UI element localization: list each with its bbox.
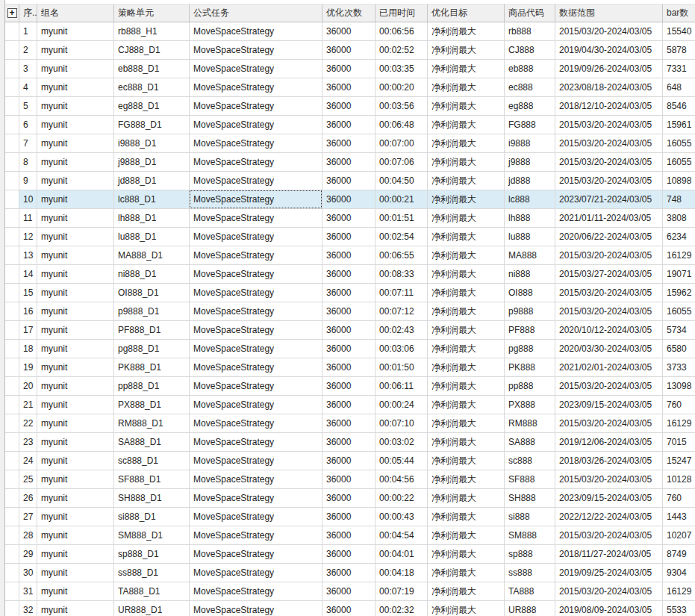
table-row[interactable]: 18myunitpg888_D1MoveSpaceStrategy3600000… [5,340,695,358]
column-header-code[interactable]: 商品代码 [505,4,555,22]
cell-seq[interactable]: 4 [19,78,37,97]
row-selector[interactable] [5,190,19,209]
cell-bars[interactable]: 6580 [663,340,695,358]
cell-group[interactable]: myunit [37,209,114,228]
cell-count[interactable]: 36000 [322,564,375,582]
cell-time[interactable]: 00:06:48 [375,116,428,134]
cell-time[interactable]: 00:04:56 [375,470,428,489]
cell-unit[interactable]: si888_D1 [114,508,190,526]
cell-code[interactable]: UR888 [505,601,555,616]
cell-bars[interactable]: 5533 [663,601,695,616]
cell-unit[interactable]: rb888_H1 [114,22,190,41]
cell-count[interactable]: 36000 [322,134,375,153]
cell-seq[interactable]: 11 [19,209,37,228]
cell-time[interactable]: 00:08:33 [375,265,428,284]
row-selector[interactable] [5,134,19,153]
cell-task[interactable]: MoveSpaceStrategy [190,414,322,433]
cell-seq[interactable]: 10 [19,190,37,209]
cell-range[interactable]: 2015/03/20-2024/03/05 [555,172,663,190]
column-header-target[interactable]: 优化目标 [428,4,505,22]
expand-all-button[interactable]: + [7,8,17,18]
cell-target[interactable]: 净利润最大 [428,153,505,172]
column-header-task[interactable]: 公式任务 [190,4,322,22]
cell-unit[interactable]: ec888_D1 [114,78,190,97]
cell-seq[interactable]: 5 [19,97,37,116]
cell-unit[interactable]: pp888_D1 [114,377,190,396]
cell-count[interactable]: 36000 [322,508,375,526]
cell-code[interactable]: RM888 [505,414,555,433]
cell-code[interactable]: TA888 [505,582,555,601]
cell-range[interactable]: 2015/03/20-2024/03/05 [555,153,663,172]
cell-count[interactable]: 36000 [322,246,375,265]
cell-range[interactable]: 2020/03/30-2024/03/05 [555,340,663,358]
cell-group[interactable]: myunit [37,396,114,414]
cell-seq[interactable]: 2 [19,41,37,60]
table-row[interactable]: 21myunitPX888_D1MoveSpaceStrategy3600000… [5,396,695,414]
cell-seq[interactable]: 16 [19,302,37,321]
cell-time[interactable]: 00:06:11 [375,377,428,396]
cell-task[interactable]: MoveSpaceStrategy [190,153,322,172]
cell-group[interactable]: myunit [37,414,114,433]
cell-target[interactable]: 净利润最大 [428,601,505,616]
cell-task[interactable]: MoveSpaceStrategy [190,340,322,358]
cell-range[interactable]: 2019/12/06-2024/03/05 [555,433,663,452]
cell-code[interactable]: OI888 [505,284,555,302]
cell-time[interactable]: 00:06:56 [375,22,428,41]
cell-unit[interactable]: j9888_D1 [114,153,190,172]
cell-task[interactable]: MoveSpaceStrategy [190,116,322,134]
row-selector[interactable] [5,526,19,545]
cell-unit[interactable]: SF888_D1 [114,470,190,489]
cell-count[interactable]: 36000 [322,153,375,172]
cell-task[interactable]: MoveSpaceStrategy [190,396,322,414]
row-selector[interactable] [5,97,19,116]
table-row[interactable]: 7myuniti9888_D1MoveSpaceStrategy3600000:… [5,134,695,153]
cell-range[interactable]: 2015/03/20-2024/03/05 [555,134,663,153]
cell-task[interactable]: MoveSpaceStrategy [190,265,322,284]
cell-unit[interactable]: TA888_D1 [114,582,190,601]
cell-count[interactable]: 36000 [322,60,375,78]
cell-code[interactable]: si888 [505,508,555,526]
cell-range[interactable]: 2018/11/27-2024/03/05 [555,545,663,564]
cell-target[interactable]: 净利润最大 [428,396,505,414]
cell-unit[interactable]: eb888_D1 [114,60,190,78]
cell-range[interactable]: 2015/03/27-2024/03/05 [555,265,663,284]
cell-range[interactable]: 2023/09/15-2024/03/05 [555,489,663,508]
table-row[interactable]: 30myunitss888_D1MoveSpaceStrategy3600000… [5,564,695,582]
cell-count[interactable]: 36000 [322,452,375,470]
cell-time[interactable]: 00:07:11 [375,284,428,302]
cell-group[interactable]: myunit [37,153,114,172]
cell-group[interactable]: myunit [37,284,114,302]
cell-seq[interactable]: 26 [19,489,37,508]
cell-time[interactable]: 00:06:55 [375,246,428,265]
cell-bars[interactable]: 8546 [663,97,695,116]
cell-time[interactable]: 00:03:56 [375,97,428,116]
table-row[interactable]: 17myunitPF888_D1MoveSpaceStrategy3600000… [5,321,695,340]
cell-code[interactable]: SM888 [505,526,555,545]
cell-range[interactable]: 2015/03/20-2024/03/05 [555,582,663,601]
cell-group[interactable]: myunit [37,60,114,78]
cell-target[interactable]: 净利润最大 [428,209,505,228]
table-row[interactable]: 25myunitSF888_D1MoveSpaceStrategy3600000… [5,470,695,489]
cell-group[interactable]: myunit [37,134,114,153]
cell-bars[interactable]: 10128 [663,470,695,489]
cell-target[interactable]: 净利润最大 [428,470,505,489]
row-selector[interactable] [5,246,19,265]
table-row[interactable]: 19myunitPK888_D1MoveSpaceStrategy3600000… [5,358,695,377]
row-selector[interactable] [5,153,19,172]
cell-time[interactable]: 00:04:01 [375,545,428,564]
cell-task[interactable]: MoveSpaceStrategy [190,377,322,396]
row-selector[interactable] [5,60,19,78]
cell-group[interactable]: myunit [37,190,114,209]
cell-group[interactable]: myunit [37,78,114,97]
cell-bars[interactable]: 648 [663,78,695,97]
cell-unit[interactable]: p9888_D1 [114,302,190,321]
cell-unit[interactable]: eg888_D1 [114,97,190,116]
cell-count[interactable]: 36000 [322,321,375,340]
cell-group[interactable]: myunit [37,582,114,601]
cell-unit[interactable]: i9888_D1 [114,134,190,153]
cell-range[interactable]: 2018/12/10-2024/03/05 [555,97,663,116]
cell-target[interactable]: 净利润最大 [428,190,505,209]
row-selector[interactable] [5,116,19,134]
cell-target[interactable]: 净利润最大 [428,284,505,302]
cell-bars[interactable]: 7015 [663,433,695,452]
